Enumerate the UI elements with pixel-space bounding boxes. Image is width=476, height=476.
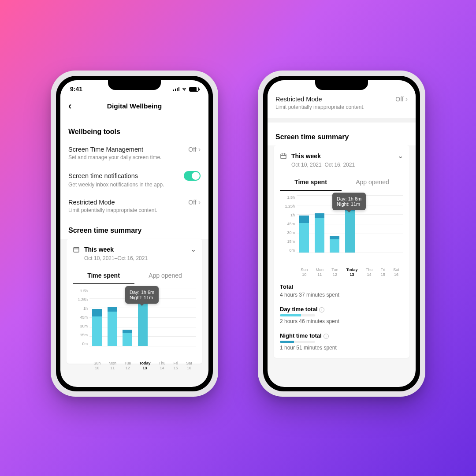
status-time: 9:41 bbox=[70, 86, 82, 93]
tab-time-spent[interactable]: Time spent bbox=[280, 174, 342, 191]
row-label: Restricted Mode bbox=[68, 199, 115, 206]
chart-tabs: Time spent App opened bbox=[73, 268, 196, 284]
chevron-right-icon: › bbox=[405, 95, 408, 103]
x-axis: Sun10Mon11Tue12Today13Thu14Fri15Sat16 bbox=[297, 268, 403, 277]
screen-time-chart: 1.5h1.25h1h45m30m15m0m Day: 1h 6mNight: … bbox=[280, 195, 403, 266]
summary-card: This week ⌄ Oct 10, 2021–Oct 16, 2021 Ti… bbox=[274, 145, 409, 358]
bar-column[interactable] bbox=[391, 195, 401, 253]
x-axis-label: Today13 bbox=[346, 268, 358, 277]
week-selector[interactable]: This week ⌄ bbox=[280, 152, 403, 160]
chart-area: Day: 1h 6mNight: 11m bbox=[297, 195, 403, 253]
summary-heading-wrap: Screen time summary bbox=[268, 123, 416, 145]
x-axis-label: Mon11 bbox=[108, 361, 116, 371]
chart-tooltip: Day: 1h 6mNight: 11m bbox=[125, 286, 159, 304]
svg-rect-4 bbox=[281, 154, 286, 159]
x-axis-label: Sat16 bbox=[186, 361, 192, 371]
bar-column[interactable] bbox=[376, 195, 385, 253]
screen: Restricted Mode Off › Limit potentially … bbox=[268, 80, 416, 387]
chevron-right-icon: › bbox=[198, 145, 201, 153]
row-subtitle: Get weekly inbox notifications in the ap… bbox=[68, 182, 201, 193]
restricted-mode-row[interactable]: Restricted Mode Off › bbox=[68, 193, 201, 207]
night-total-block: Night time totali 1 hour 51 minutes spen… bbox=[280, 327, 403, 353]
notifications-toggle[interactable] bbox=[184, 171, 201, 181]
day-total-block: Day time totali 2 hours 46 minutes spent bbox=[280, 301, 403, 327]
chevron-right-icon: › bbox=[198, 198, 201, 206]
x-axis: Sun10Mon11Tue12Today13Thu14Fri15Sat16 bbox=[89, 361, 196, 371]
night-total-label: Night time totali bbox=[280, 332, 403, 339]
row-value: Off › bbox=[188, 145, 201, 153]
row-label: Screen Time Management bbox=[68, 146, 143, 153]
summary-heading: Screen time summary bbox=[275, 125, 408, 145]
x-axis-label: Sat16 bbox=[393, 268, 399, 277]
wellbeing-tools-section: Wellbeing tools Screen Time Management O… bbox=[60, 120, 208, 239]
restricted-mode-row[interactable]: Restricted Mode Off › bbox=[275, 93, 408, 104]
x-axis-label: Tue12 bbox=[124, 361, 131, 371]
screen-time-chart: 1.5h1.25h1h45m30m15m0m Day: 1h 6mNight: … bbox=[73, 289, 196, 359]
week-range: Oct 10, 2021–Oct 16, 2021 bbox=[291, 162, 403, 168]
bar-column[interactable] bbox=[184, 289, 193, 346]
night-total-value: 1 hour 51 minutes spent bbox=[280, 345, 403, 351]
total-label: Total bbox=[280, 283, 403, 290]
row-label: Restricted Mode bbox=[275, 96, 322, 103]
notch bbox=[315, 80, 368, 90]
total-block: Total 4 hours 37 minutes spent bbox=[280, 278, 403, 301]
divider bbox=[268, 118, 416, 123]
chevron-down-icon: ⌄ bbox=[190, 245, 196, 253]
info-icon[interactable]: i bbox=[319, 307, 324, 312]
x-axis-label: Sun10 bbox=[301, 268, 308, 277]
row-value: Off › bbox=[188, 198, 201, 206]
chevron-down-icon: ⌄ bbox=[398, 152, 403, 160]
summary-card: This week ⌄ Oct 10, 2021–Oct 16, 2021 Ti… bbox=[67, 239, 202, 364]
screen-time-management-row[interactable]: Screen Time Management Off › bbox=[68, 140, 201, 154]
bar-column[interactable] bbox=[299, 195, 309, 253]
total-value: 4 hours 37 minutes spent bbox=[280, 292, 403, 298]
tab-time-spent[interactable]: Time spent bbox=[73, 268, 134, 284]
bar-column[interactable] bbox=[315, 195, 324, 253]
day-meter bbox=[280, 314, 315, 316]
x-axis-label: Mon11 bbox=[316, 268, 324, 277]
x-axis-label: Today13 bbox=[139, 361, 151, 371]
calendar-icon bbox=[280, 152, 287, 160]
week-label: This week bbox=[291, 152, 393, 160]
x-axis-label: Fri15 bbox=[174, 361, 178, 371]
info-icon[interactable]: i bbox=[324, 334, 329, 339]
tools-heading: Wellbeing tools bbox=[68, 120, 201, 140]
day-total-label: Day time totali bbox=[280, 306, 403, 312]
phone-mockup-left: 9:41 ‹ Digital Wellbeing Wellbeing tools… bbox=[51, 71, 218, 397]
status-icons bbox=[173, 86, 199, 92]
bar-column[interactable] bbox=[108, 289, 117, 346]
y-axis: 1.5h1.25h1h45m30m15m0m bbox=[73, 289, 89, 346]
week-selector[interactable]: This week ⌄ bbox=[73, 245, 196, 253]
row-value: Off › bbox=[395, 95, 408, 103]
x-axis-label: Thu14 bbox=[366, 268, 373, 277]
row-subtitle: Limit potentially inappropriate content. bbox=[68, 207, 201, 219]
summary-heading: Screen time summary bbox=[68, 219, 201, 239]
screen: 9:41 ‹ Digital Wellbeing Wellbeing tools… bbox=[60, 80, 208, 387]
page-title: Digital Wellbeing bbox=[60, 102, 208, 110]
chart-tabs: Time spent App opened bbox=[280, 174, 403, 191]
chart-area: Day: 1h 6mNight: 11m bbox=[89, 289, 196, 346]
x-axis-label: Fri15 bbox=[381, 268, 386, 277]
night-meter bbox=[280, 341, 315, 343]
svg-rect-0 bbox=[74, 247, 79, 252]
bar-column[interactable] bbox=[168, 289, 178, 346]
x-axis-label: Thu14 bbox=[159, 361, 166, 371]
notch bbox=[108, 80, 161, 90]
week-label: This week bbox=[84, 246, 186, 253]
row-subtitle: Set and manage your daily screen time. bbox=[68, 154, 201, 166]
calendar-icon bbox=[73, 246, 80, 253]
battery-icon bbox=[189, 87, 199, 92]
x-axis-label: Tue12 bbox=[331, 268, 338, 277]
wifi-icon bbox=[181, 86, 187, 92]
bar-column[interactable] bbox=[92, 289, 102, 346]
phone-frame: 9:41 ‹ Digital Wellbeing Wellbeing tools… bbox=[56, 76, 213, 391]
cellular-icon bbox=[173, 87, 180, 91]
row-subtitle: Limit potentially inappropriate content. bbox=[275, 104, 408, 112]
tab-app-opened[interactable]: App opened bbox=[342, 174, 403, 191]
chart-tooltip: Day: 1h 6mNight: 11m bbox=[332, 193, 366, 210]
nav-bar: ‹ Digital Wellbeing bbox=[60, 94, 208, 120]
phone-frame: Restricted Mode Off › Limit potentially … bbox=[263, 76, 420, 391]
tab-app-opened[interactable]: App opened bbox=[134, 268, 196, 284]
screen-time-notifications-row[interactable]: Screen time notifications bbox=[68, 166, 201, 182]
day-total-value: 2 hours 46 minutes spent bbox=[280, 318, 403, 324]
